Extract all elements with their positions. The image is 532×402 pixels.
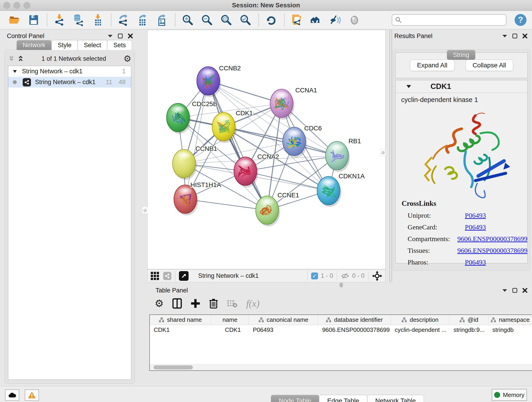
canvas-scrollbar-grip[interactable] — [380, 149, 386, 156]
tab-network[interactable]: Network — [17, 40, 51, 50]
float-panel-icon[interactable] — [512, 288, 517, 293]
column-header-name[interactable]: name — [211, 315, 249, 325]
tab-string[interactable]: String — [447, 50, 475, 60]
close-panel-icon[interactable] — [522, 33, 527, 38]
close-panel-icon[interactable] — [522, 288, 527, 293]
search-input[interactable] — [402, 16, 503, 24]
zoom-in-button[interactable] — [181, 13, 194, 27]
node-label-RB1[interactable]: RB1 — [348, 138, 361, 145]
network-node-CCNA2[interactable] — [234, 157, 258, 187]
hidden-eye-slash-icon[interactable] — [341, 273, 349, 279]
table-horizontal-scrollbar[interactable] — [150, 364, 532, 370]
export-table-button[interactable] — [136, 13, 149, 27]
share-view-button[interactable] — [163, 272, 171, 280]
network-node-CCNB1[interactable] — [172, 149, 197, 180]
close-panel-icon[interactable] — [128, 33, 133, 38]
cloud-status-button[interactable] — [5, 389, 19, 401]
column-header-shared-name[interactable]: shared name — [150, 315, 211, 325]
table-row[interactable]: CDK1 CDK1 P06493 9606.ENSP00000378699 cy… — [150, 325, 532, 335]
refresh-view-button[interactable] — [264, 13, 278, 27]
table-options-gear-icon[interactable]: ⚙ — [155, 298, 164, 308]
float-panel-icon[interactable] — [512, 33, 517, 38]
panel-menu-icon[interactable] — [502, 34, 507, 38]
save-session-button[interactable] — [27, 13, 40, 27]
network-node-CDC25B[interactable] — [167, 103, 191, 134]
export-image-button[interactable] — [155, 13, 169, 27]
delete-table-icon[interactable] — [227, 299, 237, 308]
show-enrichment-button[interactable] — [348, 13, 361, 27]
network-canvas[interactable]: CCNB2CCNA1CDC25BCDK1CDC6RB1CCNB1CCNA2CDK… — [147, 30, 386, 269]
function-builder-button[interactable]: f(x) — [246, 298, 259, 309]
node-label-CDK1[interactable]: CDK1 — [236, 109, 253, 117]
uniprot-link[interactable]: P06493 — [465, 211, 486, 219]
selected-checkbox-icon[interactable]: ✓ — [311, 273, 318, 279]
node-label-CCNE1[interactable]: CCNE1 — [278, 191, 299, 199]
delete-column-icon[interactable] — [209, 298, 218, 309]
add-column-icon[interactable] — [191, 299, 200, 308]
panel-menu-icon[interactable] — [108, 34, 113, 38]
tab-edge-table[interactable]: Edge Table — [319, 395, 367, 402]
zoom-selected-button[interactable] — [239, 13, 252, 27]
network-options-gear-icon[interactable]: ⚙ — [123, 54, 131, 63]
node-label-CDKN1A[interactable]: CDKN1A — [339, 172, 365, 180]
node-label-CCNB2[interactable]: CCNB2 — [219, 65, 241, 72]
pharos-link[interactable]: P06493 — [465, 258, 486, 266]
column-header-namespace[interactable]: namespace — [488, 315, 532, 325]
import-network-file-button[interactable] — [53, 13, 66, 27]
show-columns-icon[interactable] — [172, 298, 182, 309]
warnings-button[interactable] — [25, 389, 39, 401]
compartments-link[interactable]: 9606.ENSP00000378699 — [457, 235, 527, 243]
section-collapse-icon[interactable] — [406, 85, 411, 88]
scrollbar-thumb[interactable] — [153, 365, 193, 370]
import-network-database-button[interactable] — [72, 13, 85, 27]
network-node-HIST1H1A[interactable] — [174, 185, 198, 216]
collapse-all-button[interactable]: Collapse All — [466, 60, 513, 71]
export-network-button[interactable] — [117, 13, 130, 27]
vertical-splitter[interactable] — [389, 30, 392, 282]
genecard-link[interactable]: P06493 — [465, 223, 486, 231]
node-label-CCNB1[interactable]: CCNB1 — [196, 145, 217, 152]
float-panel-icon[interactable] — [118, 33, 123, 38]
hide-enrichment-button[interactable] — [329, 13, 342, 27]
network-node-RB1[interactable] — [326, 141, 350, 172]
node-label-CCNA1[interactable]: CCNA1 — [295, 87, 317, 94]
network-node-CCNE1[interactable] — [256, 196, 280, 226]
network-node-CCNB2[interactable] — [197, 67, 221, 97]
tab-select[interactable]: Select — [78, 40, 107, 50]
column-header-database-identifier[interactable]: database identifier — [318, 315, 391, 325]
collapse-all-icon[interactable] — [8, 55, 15, 62]
network-graph[interactable]: CCNB2CCNA1CDC25BCDK1CDC6RB1CCNB1CCNA2CDK… — [147, 30, 385, 269]
network-node-CDC6[interactable] — [283, 127, 307, 158]
string-home-button[interactable] — [309, 13, 323, 27]
node-label-HIST1H1A[interactable]: HIST1H1A — [190, 181, 221, 188]
tab-network-table[interactable]: Network Table — [367, 395, 424, 402]
node-label-CCNA2[interactable]: CCNA2 — [257, 153, 279, 160]
open-session-button[interactable] — [8, 13, 21, 27]
tab-node-table[interactable]: Node Table — [271, 395, 319, 402]
pan-crosshair-button[interactable] — [372, 271, 382, 281]
network-node-CCNA1[interactable] — [270, 89, 294, 120]
zoom-out-button[interactable] — [200, 13, 214, 27]
network-collection-row[interactable]: String Network – cdk1 1 — [8, 66, 131, 77]
network-row-selected[interactable]: String Network – cdk1 11 48 — [8, 77, 131, 88]
panel-menu-icon[interactable] — [502, 289, 507, 292]
tab-style[interactable]: Style — [51, 40, 78, 50]
column-header-canonical-name[interactable]: canonical name — [249, 315, 318, 325]
tab-sets[interactable]: Sets — [107, 40, 132, 50]
grid-view-button[interactable] — [151, 272, 159, 280]
import-table-file-button[interactable] — [91, 13, 104, 27]
expand-all-button[interactable]: Expand All — [410, 60, 454, 71]
open-in-browser-button[interactable] — [290, 13, 303, 27]
tissues-link[interactable]: 9606.ENSP00000378699 — [457, 247, 527, 254]
network-node-CDKN1A[interactable] — [317, 177, 341, 207]
birdseye-view-button[interactable] — [179, 271, 189, 281]
help-button[interactable]: ? — [515, 14, 526, 26]
column-header-id[interactable]: @id — [450, 315, 488, 325]
node-label-CDC6[interactable]: CDC6 — [304, 125, 322, 132]
tree-expander-icon[interactable] — [13, 70, 17, 73]
column-header-description[interactable]: description — [391, 315, 450, 325]
network-node-CDK1[interactable] — [212, 113, 236, 143]
splitter-grip-left[interactable] — [142, 207, 147, 214]
expand-all-icon[interactable] — [17, 55, 24, 62]
node-label-CDC25B[interactable]: CDC25B — [192, 100, 217, 108]
